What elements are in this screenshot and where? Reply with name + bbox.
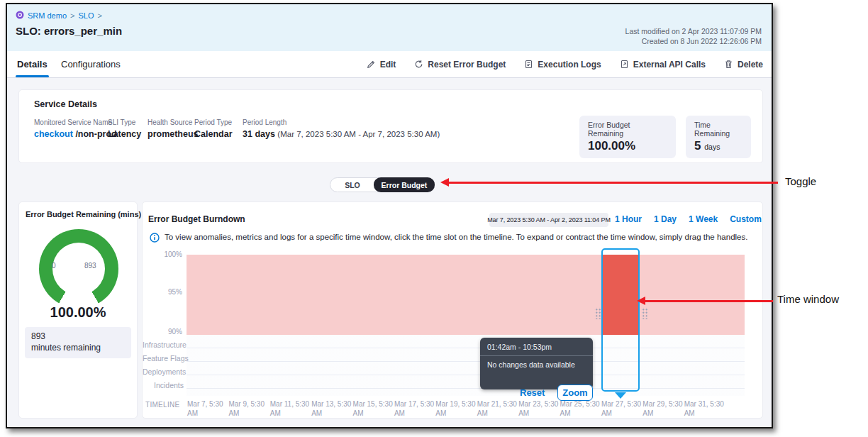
info-text: To view anomalies, metrics and logs for … <box>165 233 747 241</box>
timeline-tick: Mar 31, 5:30 AM <box>684 399 725 418</box>
delete-button[interactable]: Delete <box>724 60 763 70</box>
timeline-tick-labels: Mar 7, 5:30 AMMar 9, 5:30 AMMar 11, 5:30… <box>187 399 725 418</box>
time-remaining-box: Time Remaining 5 days <box>686 116 751 158</box>
timeline-tick: Mar 17, 5:30 AM <box>394 399 435 418</box>
field-label: Monitored Service Name <box>34 118 117 126</box>
gauge-max-label: 893 <box>84 262 96 270</box>
breadcrumb: SRM demo > SLO > <box>16 11 102 21</box>
field-label: Health Source <box>148 118 199 126</box>
toggle-option-slo[interactable]: SLO <box>330 178 374 192</box>
lane-label: Incidents <box>143 379 184 392</box>
info-banner: To view anomalies, metrics and logs for … <box>150 233 747 245</box>
breadcrumb-project[interactable]: SRM demo <box>28 11 67 20</box>
execution-logs-label: Execution Logs <box>538 60 601 70</box>
error-budget-gauge-card: Error Budget Remaining (mins) 0 893 100.… <box>18 201 138 419</box>
execution-logs-button[interactable]: Execution Logs <box>524 60 601 70</box>
y-tick-90: 90% <box>143 328 182 336</box>
preset-1-week[interactable]: 1 Week <box>689 214 718 224</box>
field-sli-type: SLI Type Latency <box>108 118 141 139</box>
srm-module-icon <box>16 11 24 21</box>
reset-icon <box>414 60 423 69</box>
edit-label: Edit <box>380 60 396 70</box>
selection-right-drag-handle[interactable] <box>641 307 647 319</box>
delete-label: Delete <box>738 60 763 70</box>
preset-1-hour[interactable]: 1 Hour <box>615 214 642 224</box>
action-toolbar: Edit Reset Error Budget Execution Logs E… <box>367 51 763 77</box>
timeline-tick: Mar 25, 5:30 AM <box>560 399 601 418</box>
trash-icon <box>724 60 733 69</box>
field-label: Period Length <box>243 118 440 126</box>
field-label: SLI Type <box>108 118 141 126</box>
breadcrumb-slo[interactable]: SLO <box>78 11 94 20</box>
error-budget-band[interactable] <box>187 255 745 335</box>
monitored-service-link[interactable]: checkout <box>34 129 73 139</box>
field-value: Latency <box>108 129 141 139</box>
minutes-remaining-box: 893 minutes remaining <box>25 327 131 358</box>
timeline-tick: Mar 27, 5:30 AM <box>601 399 642 418</box>
service-details-title: Service Details <box>34 99 97 109</box>
timeline-tick: Mar 9, 5:30 AM <box>228 399 269 418</box>
tooltip-time-range: 01:42am - 10:53pm <box>480 338 593 356</box>
error-budget-burndown-card: Error Budget Burndown Mar 7, 2023 5:30 A… <box>142 201 763 419</box>
field-period-length: Period Length 31 days (Mar 7, 2023 5:30 … <box>243 118 440 139</box>
error-budget-remaining-box: Error Budget Remaining 100.00% <box>579 116 676 158</box>
preset-custom[interactable]: Custom <box>730 214 762 224</box>
preset-1-day[interactable]: 1 Day <box>654 214 677 224</box>
gauge-title: Error Budget Remaining (mins) <box>26 210 141 218</box>
external-api-calls-label: External API Calls <box>633 60 706 70</box>
document-arrow-icon <box>620 60 629 69</box>
field-health-source: Health Source prometheus <box>148 118 199 139</box>
lane-label: Deployments <box>143 365 184 379</box>
time-window-selection[interactable] <box>601 248 640 392</box>
field-value: Calendar <box>194 129 233 139</box>
reset-error-budget-button[interactable]: Reset Error Budget <box>414 60 506 70</box>
last-modified-text: Last modified on 2 Apr 2023 11:07:09 PM <box>625 26 762 36</box>
kpi-label: Error Budget Remaining <box>588 121 667 138</box>
event-lanes-area[interactable] <box>187 335 745 396</box>
kpi-label: Time Remaining <box>694 121 742 138</box>
zoom-button[interactable]: Zoom <box>557 385 593 401</box>
timeline-tick: Mar 23, 5:30 AM <box>518 399 560 418</box>
created-text: Created on 8 Jun 2022 12:26:06 PM <box>625 36 762 46</box>
period-length-value: 31 days <box>243 129 275 139</box>
page-header: SRM demo > SLO > SLO: errors_per_min Las… <box>7 4 772 51</box>
document-icon <box>524 60 533 69</box>
time-window-annotation-label: Time window <box>777 293 839 305</box>
y-tick-95: 95% <box>143 288 182 296</box>
field-period-type: Period Type Calendar <box>194 118 233 139</box>
gauge-percent: 100.00% <box>19 304 137 321</box>
info-icon <box>150 233 160 245</box>
screenshot-canvas: SRM demo > SLO > SLO: errors_per_min Las… <box>0 0 868 437</box>
edit-button[interactable]: Edit <box>367 60 396 70</box>
field-label: Period Type <box>194 118 233 126</box>
selection-pointer-icon <box>615 392 626 399</box>
timeline-tick: Mar 11, 5:30 AM <box>270 399 311 418</box>
external-api-calls-button[interactable]: External API Calls <box>620 60 706 70</box>
pencil-icon <box>367 60 376 69</box>
minutes-remaining-label: minutes remaining <box>31 342 125 353</box>
tab-configurations[interactable]: Configurations <box>61 51 121 77</box>
timeline-tick: Mar 21, 5:30 AM <box>477 399 518 418</box>
chart-tooltip: 01:42am - 10:53pm No changes data availa… <box>480 338 593 389</box>
event-lane-labels: InfrastructureFeature FlagsDeploymentsIn… <box>143 338 184 392</box>
slo-error-budget-toggle[interactable]: SLO Error Budget <box>330 177 435 192</box>
time-window-selected-fill <box>603 255 638 335</box>
toggle-arrow-line <box>447 182 778 184</box>
reset-link[interactable]: Reset <box>520 387 545 398</box>
burndown-title: Error Budget Burndown <box>148 214 245 224</box>
time-window-arrow-line <box>644 300 773 302</box>
field-monitored-service: Monitored Service Name checkout /non-pro… <box>34 118 117 139</box>
tooltip-message: No changes data available <box>480 356 593 373</box>
timeline-caption: TIMELINE <box>145 401 180 409</box>
app-window: SRM demo > SLO > SLO: errors_per_min Las… <box>6 3 773 428</box>
tab-details[interactable]: Details <box>16 51 49 77</box>
selection-left-drag-handle[interactable] <box>594 307 601 319</box>
service-details-card: Service Details Monitored Service Name c… <box>18 89 763 163</box>
gauge-ring <box>39 229 118 309</box>
kpi-value: 5 <box>694 139 701 153</box>
kpi-unit: days <box>704 143 720 151</box>
tab-bar: Details Configurations Edit Reset Error … <box>7 51 772 78</box>
minutes-remaining-value: 893 <box>31 331 125 342</box>
toggle-annotation-label: Toggle <box>785 175 816 187</box>
toggle-option-error-budget[interactable]: Error Budget <box>374 177 435 192</box>
